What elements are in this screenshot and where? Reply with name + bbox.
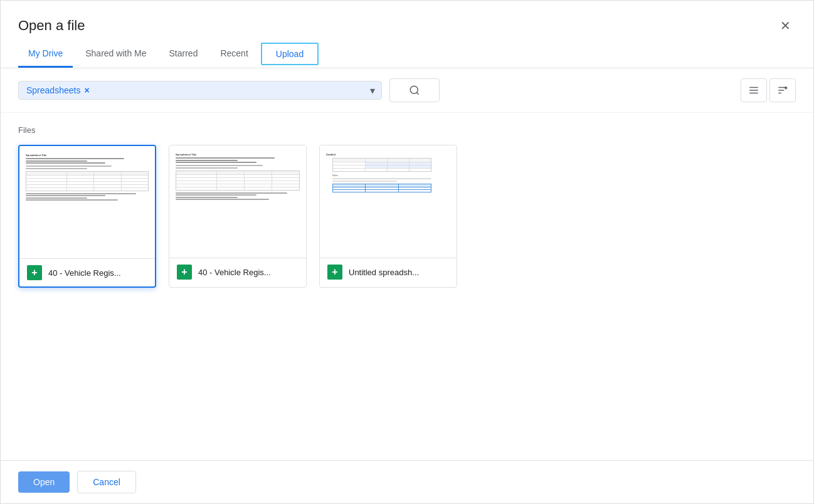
sort-button[interactable] <box>769 78 796 102</box>
file-preview-3: Untitled <box>320 145 457 258</box>
file-info-3: + Untitled spreadsh... <box>320 258 457 286</box>
file-card-3[interactable]: Untitled <box>319 145 457 288</box>
file-preview-1: Spreadsheet Title <box>19 146 155 259</box>
files-grid: Spreadsheet Title <box>18 145 796 288</box>
tab-upload[interactable]: Upload <box>261 43 319 65</box>
file-card-1[interactable]: Spreadsheet Title <box>18 145 156 288</box>
file-name-3: Untitled spreadsh... <box>349 268 449 277</box>
open-file-dialog: Open a file ✕ My Drive Shared with Me St… <box>0 0 814 504</box>
tabs-bar: My Drive Shared with Me Starred Recent U… <box>1 41 813 68</box>
open-button[interactable]: Open <box>18 471 70 493</box>
tab-starred[interactable]: Starred <box>159 41 208 68</box>
dialog-footer: Open Cancel <box>1 460 813 503</box>
file-name-1: 40 - Vehicle Regis... <box>48 268 147 278</box>
view-controls <box>741 78 796 102</box>
list-view-icon <box>748 85 759 96</box>
search-icon <box>409 85 420 96</box>
dialog-title: Open a file <box>18 18 85 34</box>
file-card-2[interactable]: Spreadsheet Title <box>169 145 307 288</box>
filter-chip: Spreadsheets × <box>26 85 90 95</box>
tab-shared-with-me[interactable]: Shared with Me <box>75 41 156 68</box>
tab-my-drive[interactable]: My Drive <box>18 41 73 68</box>
chip-close-button[interactable]: × <box>84 85 89 95</box>
section-label: Files <box>18 125 796 135</box>
file-icon-2: + <box>177 265 192 280</box>
list-view-button[interactable] <box>741 78 767 102</box>
tab-recent[interactable]: Recent <box>210 41 258 68</box>
file-name-2: 40 - Vehicle Regis... <box>198 268 299 277</box>
sheets-icon-1: + <box>27 265 42 280</box>
filter-chip-container[interactable]: Spreadsheets × ▾ <box>18 81 382 100</box>
file-preview-2: Spreadsheet Title <box>169 145 306 258</box>
file-info-1: + 40 - Vehicle Regis... <box>19 259 155 286</box>
close-button[interactable]: ✕ <box>775 16 796 36</box>
file-icon-1: + <box>27 265 42 280</box>
file-info-2: + 40 - Vehicle Regis... <box>169 258 306 286</box>
search-button[interactable] <box>389 78 440 102</box>
file-icon-3: + <box>327 265 342 280</box>
sheets-icon-2: + <box>177 265 192 280</box>
sort-icon <box>777 85 788 96</box>
svg-line-1 <box>416 92 418 94</box>
svg-point-0 <box>410 86 418 93</box>
dialog-header: Open a file ✕ <box>1 1 813 36</box>
main-content: Files Spreadsheet Title <box>1 113 813 460</box>
filter-chip-label: Spreadsheets <box>26 85 80 95</box>
sheets-icon-3: + <box>327 265 342 280</box>
cancel-button[interactable]: Cancel <box>77 471 136 493</box>
filter-dropdown-icon[interactable]: ▾ <box>370 85 375 97</box>
filter-bar: Spreadsheets × ▾ <box>1 68 813 113</box>
